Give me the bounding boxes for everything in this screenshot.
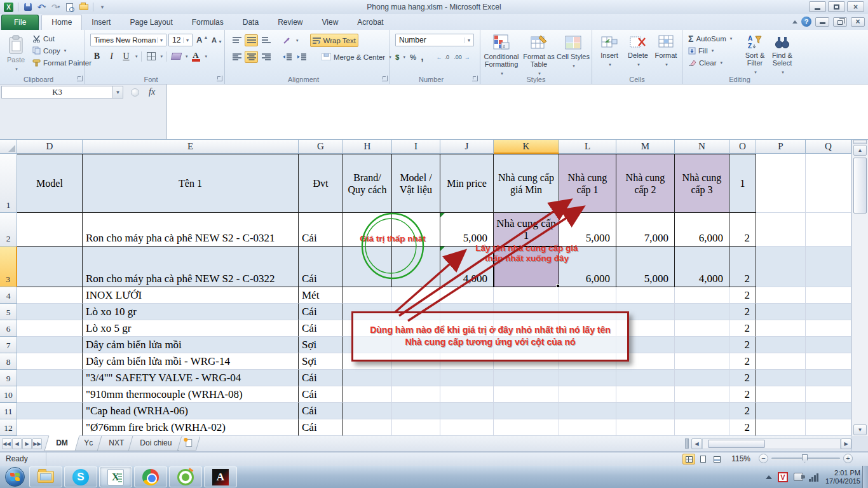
cell-G2[interactable]: Cái	[299, 213, 343, 247]
taskbar-clock[interactable]: 2:01 PM 17/04/2015	[825, 469, 860, 485]
cell-E2[interactable]: Ron cho máy pha cà phê NEW S2 - C-0321	[83, 213, 299, 247]
cell-D11[interactable]	[17, 403, 83, 419]
align-bottom-button[interactable]	[259, 34, 273, 46]
undo-button[interactable]: ↶▾	[36, 2, 48, 13]
align-left-button[interactable]	[230, 51, 243, 63]
cell-M11[interactable]	[616, 403, 675, 419]
bold-button[interactable]: B	[90, 50, 104, 62]
ribbon-tab-review[interactable]: Review	[268, 15, 312, 30]
row-header-7[interactable]: 7	[0, 337, 17, 353]
cell-H12[interactable]	[343, 419, 392, 436]
scroll-right-button[interactable]: ▶	[841, 438, 851, 449]
cell-Q1[interactable]	[806, 154, 851, 213]
zoom-in-button[interactable]: +	[843, 454, 853, 463]
cell-G10[interactable]: Cái	[299, 386, 343, 403]
vertical-scrollbar[interactable]: ▲ ▼	[851, 140, 868, 436]
cell-H2[interactable]	[343, 213, 392, 247]
cell-P7[interactable]	[756, 337, 806, 353]
align-right-button[interactable]	[259, 51, 273, 63]
cell-O10[interactable]: 2	[729, 386, 756, 403]
cell-Q9[interactable]	[806, 370, 851, 386]
paste-button[interactable]: Paste▾	[3, 32, 29, 73]
cell-K12[interactable]	[494, 419, 559, 436]
cell-N2[interactable]: 6,000	[675, 213, 729, 247]
cell-H8[interactable]	[343, 353, 392, 370]
row-header-11[interactable]: 11	[0, 403, 17, 419]
cell-G5[interactable]: Cái	[299, 304, 343, 320]
cell-I4[interactable]	[392, 287, 440, 304]
cell-P2[interactable]	[756, 213, 806, 247]
cell-Q5[interactable]	[806, 304, 851, 320]
cell-J12[interactable]	[440, 419, 494, 436]
cell-E8[interactable]: Dây cảm biến lửa mồi - WRG-14	[83, 353, 299, 370]
cell-N6[interactable]	[675, 320, 729, 337]
redo-button[interactable]: ↷▾	[50, 2, 62, 13]
clipboard-dialog-launcher[interactable]	[77, 76, 83, 81]
font-dialog-launcher[interactable]	[217, 76, 222, 81]
select-all-corner[interactable]	[0, 140, 17, 154]
cell-I9[interactable]	[392, 370, 440, 386]
cell-J10[interactable]	[440, 386, 494, 403]
cell-E3[interactable]: Ron cho máy pha cà phê NEW S2 - C-0322	[83, 247, 299, 287]
cell-J3[interactable]: 4,000	[440, 247, 494, 287]
minimize-button[interactable]	[809, 1, 826, 12]
row-header-1[interactable]: 1	[0, 154, 17, 213]
zoom-out-button[interactable]: −	[759, 454, 768, 463]
scroll-up-button[interactable]: ▲	[853, 145, 867, 156]
find-select-button[interactable]: Find & Select▾	[769, 31, 796, 76]
cell-M6[interactable]	[616, 320, 675, 337]
prev-sheet-button[interactable]: ◀	[12, 438, 22, 449]
cell-O9[interactable]: 2	[729, 370, 756, 386]
column-header-G[interactable]: G	[299, 140, 343, 154]
cell-L3[interactable]: 6,000	[559, 247, 616, 287]
cell-K2[interactable]: Nhà cung cấp 1	[494, 213, 559, 247]
minimize-ribbon-icon[interactable]	[792, 20, 797, 24]
tray-expand-icon[interactable]	[766, 475, 772, 479]
cell-M4[interactable]	[616, 287, 675, 304]
save-button[interactable]	[22, 2, 34, 13]
cell-Q3[interactable]	[806, 247, 851, 287]
cell-E10[interactable]: "910mm thermocouple (WRHA-08)	[83, 386, 299, 403]
cell-L4[interactable]	[559, 287, 616, 304]
ribbon-tab-home[interactable]: Home	[41, 15, 82, 30]
cell-J11[interactable]	[440, 403, 494, 419]
fill-color-button[interactable]	[170, 50, 183, 62]
cell-K10[interactable]	[494, 386, 559, 403]
taskbar-acdsee-button[interactable]: A	[204, 466, 237, 487]
cell-K9[interactable]	[494, 370, 559, 386]
row-header-12[interactable]: 12	[0, 419, 17, 436]
cell-E5[interactable]: Lò xo 10 gr	[83, 304, 299, 320]
cell-Q2[interactable]	[806, 213, 851, 247]
cell-L9[interactable]	[559, 370, 616, 386]
zoom-level[interactable]: 115%	[731, 454, 750, 463]
cell-H10[interactable]	[343, 386, 392, 403]
number-dialog-launcher[interactable]	[472, 76, 478, 81]
percent-style-button[interactable]: %	[410, 51, 416, 63]
copy-button[interactable]: Copy▾	[31, 44, 93, 57]
decrease-indent-button[interactable]	[280, 51, 294, 63]
cell-L8[interactable]	[559, 353, 616, 370]
cell-J9[interactable]	[440, 370, 494, 386]
taskbar-coccoc-button[interactable]	[169, 466, 202, 487]
sheet-tab-doi-chieu[interactable]: Doi chieu	[128, 436, 183, 451]
ribbon-tab-formulas[interactable]: Formulas	[182, 15, 233, 30]
italic-button[interactable]: I	[105, 50, 118, 62]
cell-H11[interactable]	[343, 403, 392, 419]
cell-M8[interactable]	[616, 353, 675, 370]
cell-L10[interactable]	[559, 386, 616, 403]
autosum-button[interactable]: ΣAutoSum▾	[686, 32, 734, 44]
cell-styles-button[interactable]: Cell Styles▾	[557, 31, 590, 70]
scroll-down-button[interactable]: ▼	[853, 424, 867, 435]
ribbon-tab-file[interactable]: File	[1, 15, 39, 30]
cell-D8[interactable]	[17, 353, 83, 370]
cell-K5[interactable]	[494, 304, 559, 320]
align-top-button[interactable]	[230, 34, 243, 46]
cell-J5[interactable]	[440, 304, 494, 320]
cell-O5[interactable]: 2	[729, 304, 756, 320]
cell-P5[interactable]	[756, 304, 806, 320]
cell-E7[interactable]: Dây cảm biến lửa mồi	[83, 337, 299, 353]
borders-button[interactable]	[145, 50, 158, 62]
number-format-combo[interactable]: Number▾	[395, 34, 474, 46]
cell-Q11[interactable]	[806, 403, 851, 419]
cell-N3[interactable]: 4,000	[675, 247, 729, 287]
